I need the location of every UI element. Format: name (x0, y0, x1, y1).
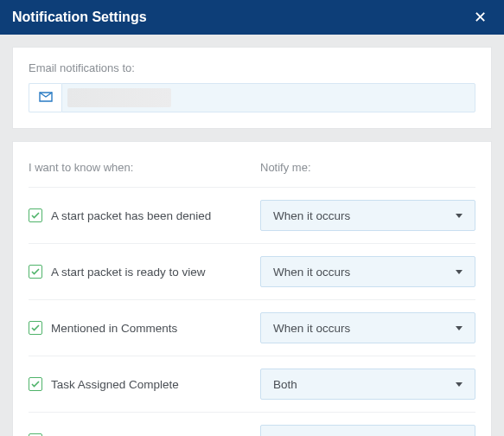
check-icon (31, 268, 40, 275)
notify-dropdown-packet-ready[interactable]: When it occurs (260, 256, 475, 287)
dropdown-value: When it occurs (273, 322, 350, 335)
email-redacted (67, 88, 171, 107)
email-input[interactable] (61, 83, 475, 112)
modal-title: Notification Settings (12, 10, 147, 25)
row-label: A start packet is ready to view (51, 266, 206, 279)
checkbox-packet-ready[interactable] (29, 265, 42, 279)
check-icon (31, 381, 40, 388)
checkbox-packet-denied[interactable] (29, 208, 42, 222)
setting-row: Task Assigned Complete Both (29, 356, 475, 412)
col-header-notify: Notify me: (260, 161, 311, 174)
row-label: Mentioned in Comments (51, 322, 177, 335)
notify-dropdown-mentioned[interactable]: When it occurs (260, 312, 475, 343)
email-icon-box (29, 83, 61, 112)
caret-down-icon (456, 382, 463, 387)
caret-down-icon (456, 270, 463, 274)
dropdown-value: Both (273, 378, 297, 391)
email-label: Email notifications to: (29, 61, 475, 74)
row-label: Task Assigned Complete (51, 378, 179, 391)
email-panel: Email notifications to: (12, 47, 492, 129)
settings-panel: I want to know when: Notify me: A start … (12, 141, 492, 436)
notification-settings-modal: Notification Settings ✕ Email notificati… (0, 0, 504, 436)
column-headers: I want to know when: Notify me: (29, 151, 475, 187)
notify-dropdown-task-complete[interactable]: Both (260, 369, 475, 400)
caret-down-icon (456, 214, 463, 218)
dropdown-value: When it occurs (273, 209, 350, 222)
setting-row: My Tasks Both (29, 412, 475, 436)
close-button[interactable]: ✕ (469, 4, 492, 30)
envelope-icon (39, 90, 53, 106)
notify-dropdown-packet-denied[interactable]: When it occurs (260, 200, 475, 231)
checkbox-mentioned[interactable] (29, 321, 42, 335)
dropdown-value: When it occurs (273, 266, 350, 279)
setting-row: Mentioned in Comments When it occurs (29, 299, 475, 356)
check-icon (31, 324, 40, 331)
notify-dropdown-my-tasks[interactable]: Both (260, 425, 475, 436)
setting-row: A start packet has been denied When it o… (29, 187, 475, 243)
titlebar: Notification Settings ✕ (0, 0, 504, 35)
close-icon: ✕ (474, 9, 487, 26)
email-row (29, 83, 475, 112)
caret-down-icon (456, 326, 463, 330)
row-label: A start packet has been denied (51, 209, 211, 222)
col-header-when: I want to know when: (29, 161, 133, 174)
setting-row: A start packet is ready to view When it … (29, 243, 475, 299)
checkbox-task-complete[interactable] (29, 377, 42, 391)
check-icon (31, 212, 40, 219)
